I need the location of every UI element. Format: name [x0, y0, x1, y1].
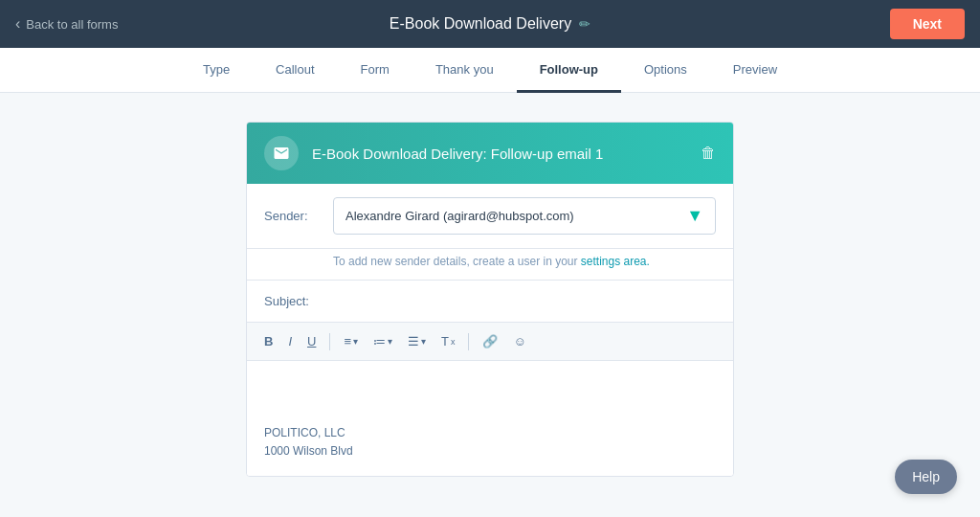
numbered-list-button[interactable]: ☰ ▾ — [402, 330, 432, 352]
main-content: E-Book Download Delivery: Follow-up emai… — [0, 93, 980, 517]
subject-input[interactable] — [333, 294, 716, 308]
email-body[interactable]: POLITICO, LLC 1000 Wilson Blvd — [247, 361, 733, 476]
back-link[interactable]: ‹ Back to all forms — [15, 15, 118, 33]
email-card: E-Book Download Delivery: Follow-up emai… — [246, 122, 734, 477]
emoji-button[interactable]: ☺ — [507, 330, 531, 352]
email-icon-circle — [264, 136, 299, 170]
sender-select-value: Alexandre Girard (agirard@hubspot.com) — [345, 209, 686, 223]
sender-select[interactable]: Alexandre Girard (agirard@hubspot.com) ▼ — [333, 197, 716, 235]
back-link-label: Back to all forms — [26, 17, 118, 32]
numbered-chevron-icon: ▾ — [421, 336, 426, 347]
help-button[interactable]: Help — [895, 460, 957, 494]
email-header: E-Book Download Delivery: Follow-up emai… — [247, 123, 733, 184]
tab-callout[interactable]: Callout — [253, 49, 337, 93]
email-header-title: E-Book Download Delivery: Follow-up emai… — [312, 146, 687, 162]
next-button[interactable]: Next — [890, 9, 965, 39]
subject-label: Subject: — [264, 294, 322, 308]
tab-form[interactable]: Form — [338, 49, 412, 93]
edit-icon[interactable]: ✏ — [579, 16, 590, 32]
envelope-icon — [273, 145, 290, 162]
editor-toolbar: B I U ≡ ▾ ≔ ▾ ☰ ▾ Tx 🔗 ☺ — [247, 323, 733, 361]
page-title-text: E-Book Download Delivery — [390, 15, 571, 33]
align-button[interactable]: ≡ ▾ — [338, 330, 364, 352]
italic-button[interactable]: I — [282, 330, 298, 352]
align-chevron-icon: ▾ — [353, 336, 358, 347]
email-body-address: POLITICO, LLC 1000 Wilson Blvd — [264, 424, 716, 461]
list-style-button[interactable]: ≔ ▾ — [368, 330, 398, 352]
link-button[interactable]: 🔗 — [477, 330, 503, 352]
top-bar: ‹ Back to all forms E-Book Download Deli… — [0, 0, 980, 48]
underline-button[interactable]: U — [301, 330, 322, 352]
trash-icon[interactable]: 🗑 — [701, 145, 716, 162]
company-address: 1000 Wilson Blvd — [264, 442, 716, 461]
tab-follow-up[interactable]: Follow-up — [517, 49, 621, 93]
page-title: E-Book Download Delivery ✏ — [390, 15, 590, 33]
toolbar-divider-1 — [329, 333, 330, 350]
company-name: POLITICO, LLC — [264, 424, 716, 442]
list-chevron-icon: ▾ — [388, 336, 392, 347]
subject-row: Subject: — [247, 281, 733, 323]
sender-dropdown-arrow-icon: ▼ — [686, 206, 703, 226]
tab-preview[interactable]: Preview — [710, 49, 800, 93]
tab-type[interactable]: Type — [180, 49, 253, 93]
back-chevron-icon: ‹ — [15, 15, 20, 33]
sender-hint-prefix: To add new sender details, create a user… — [333, 255, 581, 268]
tab-options[interactable]: Options — [621, 49, 710, 93]
sender-label: Sender: — [264, 209, 322, 223]
tab-nav: Type Callout Form Thank you Follow-up Op… — [0, 48, 980, 93]
sender-row: Sender: Alexandre Girard (agirard@hubspo… — [247, 184, 733, 249]
clear-format-button[interactable]: Tx — [435, 330, 460, 352]
sender-hint-link[interactable]: settings area. — [581, 255, 650, 268]
tab-thank-you[interactable]: Thank you — [412, 49, 517, 93]
sender-hint: To add new sender details, create a user… — [247, 249, 733, 281]
bold-button[interactable]: B — [258, 330, 278, 352]
toolbar-divider-2 — [468, 333, 469, 350]
